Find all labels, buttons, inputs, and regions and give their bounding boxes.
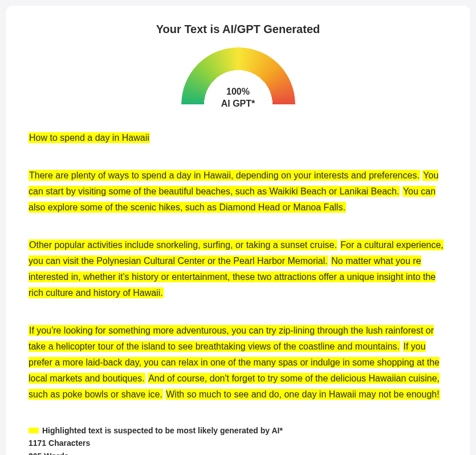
paragraph: If you're looking for something more adv…: [29, 323, 447, 403]
gauge-center-label: 100% AI GPT*: [221, 86, 255, 110]
paragraph: There are plenty of ways to spend a day …: [29, 168, 447, 216]
plain-text: [400, 342, 402, 351]
legend-characters: 1171 Characters: [29, 437, 447, 449]
highlighted-text: If you're looking for something more adv…: [29, 325, 434, 352]
highlighted-text: With so much to see and do, one day in H…: [165, 389, 440, 400]
result-card: Your Text is AI/GPT Generated 100% AI GP…: [6, 6, 470, 455]
gauge-label: AI GPT*: [221, 98, 255, 110]
page-title: Your Text is AI/GPT Generated: [29, 23, 447, 36]
gauge-container: 100% AI GPT*: [29, 47, 447, 110]
legend-words: 205 Words: [29, 450, 447, 455]
analyzed-text: How to spend a day in HawaiiThere are pl…: [29, 130, 447, 403]
highlight-swatch-icon: [29, 428, 39, 433]
paragraph: How to spend a day in Hawaii: [29, 130, 447, 146]
ai-gauge: 100% AI GPT*: [181, 47, 295, 110]
legend: Highlighted text is suspected to be most…: [29, 424, 447, 455]
highlighted-text: There are plenty of ways to spend a day …: [29, 170, 420, 181]
gauge-percent: 100%: [221, 86, 255, 98]
paragraph: Other popular activities include snorkel…: [29, 237, 447, 301]
legend-highlight-note: Highlighted text is suspected to be most…: [29, 424, 447, 437]
highlighted-text: How to spend a day in Hawaii: [29, 132, 150, 143]
highlighted-text: Other popular activities include snorkel…: [29, 239, 337, 250]
legend-highlight-text: Highlighted text is suspected to be most…: [42, 424, 283, 437]
